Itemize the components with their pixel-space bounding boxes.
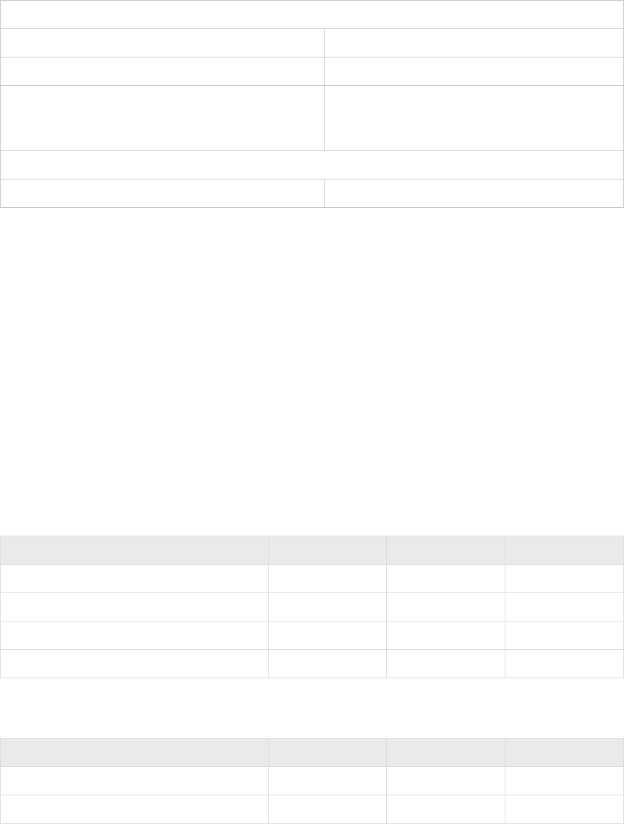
table-row: [1, 621, 624, 650]
table-cell: [505, 565, 624, 593]
table-row: [1, 151, 624, 179]
table-header: [387, 536, 505, 565]
table-cell: [387, 795, 505, 824]
table-header: [268, 536, 387, 565]
table-cell: [505, 621, 624, 650]
table-cell: [268, 650, 387, 678]
spacer: [0, 208, 624, 536]
table-header: [387, 739, 505, 767]
table-cell: [1, 565, 269, 593]
table-cell: [387, 767, 505, 795]
table-header: [505, 536, 624, 565]
table-row: [1, 767, 624, 795]
table-header-row: [1, 739, 624, 767]
table-header: [505, 739, 624, 767]
data-table-1: [0, 536, 624, 678]
table-row: [1, 86, 624, 151]
table-cell: [387, 593, 505, 621]
table-cell: [387, 565, 505, 593]
spacer: [0, 678, 624, 738]
table-cell: [268, 565, 387, 593]
table-row: [1, 179, 624, 208]
table-cell: [387, 621, 505, 650]
table-cell: [505, 767, 624, 795]
table-cell: [1, 593, 269, 621]
table-cell: [268, 593, 387, 621]
table-cell: [268, 795, 387, 824]
table-cell: [324, 57, 623, 86]
table-cell: [268, 767, 387, 795]
table-cell: [324, 29, 623, 57]
table-row: [1, 565, 624, 593]
data-table-2: [0, 738, 624, 824]
table-cell: [505, 795, 624, 824]
table-row: [1, 1, 624, 29]
table-row: [1, 29, 624, 57]
table-cell: [324, 86, 623, 151]
table-cell: [268, 621, 387, 650]
table-cell: [1, 57, 325, 86]
table-header-row: [1, 536, 624, 565]
table-cell: [1, 621, 269, 650]
table-cell: [1, 86, 325, 151]
table-cell: [1, 795, 269, 824]
table-cell: [1, 29, 325, 57]
table-header: [1, 536, 269, 565]
table-cell: [505, 593, 624, 621]
table-header: [1, 739, 269, 767]
table-header: [268, 739, 387, 767]
table-cell: [324, 179, 623, 208]
table-cell: [505, 650, 624, 678]
table-row: [1, 593, 624, 621]
table-row: [1, 795, 624, 824]
table-cell: [387, 650, 505, 678]
table-cell: [1, 767, 269, 795]
table-row: [1, 57, 624, 86]
table-cell: [1, 650, 269, 678]
table-row: [1, 650, 624, 678]
top-info-table: [0, 0, 624, 208]
table-cell: [1, 1, 624, 29]
table-cell: [1, 151, 624, 179]
table-cell: [1, 179, 325, 208]
